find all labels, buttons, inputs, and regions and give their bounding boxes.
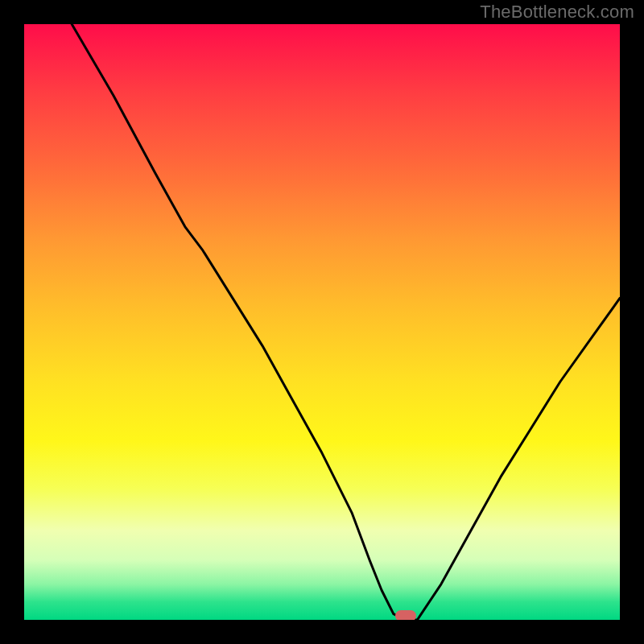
watermark-text: TheBottleneck.com <box>480 2 634 23</box>
chart-plot-area <box>24 24 620 620</box>
bottleneck-curve <box>24 24 620 620</box>
optimal-point-marker <box>395 610 416 620</box>
